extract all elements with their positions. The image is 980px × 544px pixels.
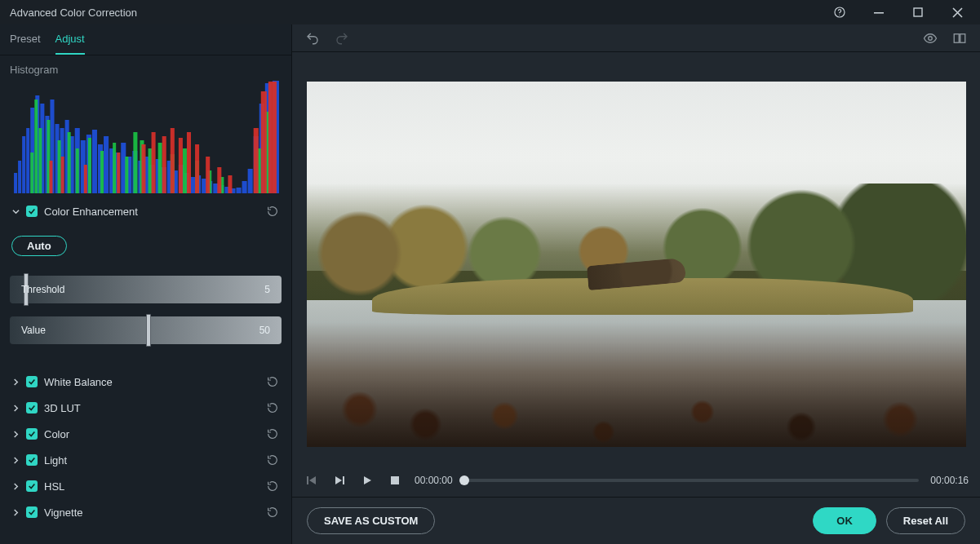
svg-rect-94	[307, 476, 308, 484]
light-checkbox[interactable]	[26, 454, 38, 466]
white_balance-label: White Balance	[44, 376, 259, 388]
color-enhancement-checkbox[interactable]	[26, 206, 38, 217]
current-time: 00:00:00	[415, 475, 453, 486]
preview-panel: 00:00:00 00:00:16 SAVE AS CUSTOM OK Rese…	[292, 24, 980, 544]
svg-rect-84	[195, 144, 199, 193]
value-label: Value	[21, 325, 46, 336]
threshold-value: 5	[264, 284, 270, 295]
svg-rect-85	[206, 157, 210, 193]
svg-rect-6	[22, 136, 25, 193]
reset-icon[interactable]	[265, 479, 280, 493]
svg-rect-53	[34, 100, 38, 193]
play-icon[interactable]	[359, 472, 375, 489]
tab-adjust[interactable]: Adjust	[55, 33, 85, 55]
svg-rect-58	[76, 148, 79, 193]
svg-rect-59	[88, 138, 91, 193]
reset-icon[interactable]	[265, 427, 280, 441]
section-white_balance[interactable]: White Balance	[10, 369, 282, 395]
reset-icon[interactable]	[265, 374, 280, 389]
undo-icon[interactable]	[304, 29, 321, 47]
chevron-right-icon[interactable]	[11, 508, 20, 516]
svg-rect-93	[960, 33, 965, 42]
svg-rect-75	[61, 157, 64, 193]
timeline-slider[interactable]	[464, 479, 920, 482]
reset-icon[interactable]	[265, 204, 280, 219]
svg-rect-86	[217, 167, 221, 193]
svg-rect-96	[391, 476, 399, 484]
svg-rect-77	[117, 153, 120, 193]
chevron-right-icon[interactable]	[11, 430, 20, 438]
chevron-right-icon[interactable]	[11, 378, 20, 386]
section-vignette[interactable]: Vignette	[10, 499, 282, 525]
section-light[interactable]: Light	[10, 447, 282, 473]
svg-rect-47	[248, 169, 253, 193]
redo-icon[interactable]	[333, 29, 351, 47]
color-checkbox[interactable]	[26, 428, 38, 440]
auto-button[interactable]: Auto	[11, 236, 67, 256]
svg-rect-81	[171, 128, 175, 193]
svg-rect-7	[26, 128, 29, 193]
ok-button[interactable]: OK	[813, 507, 876, 534]
threshold-slider[interactable]: Threshold 5	[10, 276, 282, 303]
reset-icon[interactable]	[265, 453, 280, 467]
section-lut3d[interactable]: 3D LUT	[10, 395, 282, 421]
svg-rect-76	[84, 165, 87, 193]
svg-rect-22	[104, 136, 109, 193]
svg-rect-2	[874, 12, 884, 14]
next-frame-icon[interactable]	[331, 472, 348, 489]
tab-preset[interactable]: Preset	[10, 33, 41, 55]
svg-rect-57	[68, 132, 71, 193]
title-bar: Advanced Color Correction	[0, 0, 980, 24]
prev-frame-icon[interactable]	[304, 472, 320, 489]
chevron-right-icon[interactable]	[11, 456, 20, 464]
svg-rect-92	[954, 33, 959, 42]
section-color[interactable]: Color	[10, 421, 282, 447]
stop-icon[interactable]	[387, 472, 403, 489]
reset-icon[interactable]	[265, 505, 280, 520]
timeline-thumb[interactable]	[459, 475, 469, 485]
svg-rect-60	[100, 151, 104, 193]
svg-rect-46	[242, 181, 247, 193]
minimize-button[interactable]	[862, 1, 895, 24]
white_balance-checkbox[interactable]	[26, 376, 38, 387]
svg-rect-74	[49, 161, 52, 193]
eye-icon[interactable]	[921, 29, 939, 47]
help-icon[interactable]	[823, 1, 856, 24]
chevron-down-icon[interactable]	[11, 207, 20, 215]
svg-rect-89	[261, 91, 267, 193]
svg-rect-5	[18, 161, 21, 193]
lut3d-label: 3D LUT	[44, 402, 259, 414]
reset-all-button[interactable]: Reset All	[886, 507, 965, 534]
histogram-label: Histogram	[10, 64, 282, 76]
value-value: 50	[259, 325, 270, 336]
hsl-checkbox[interactable]	[26, 480, 38, 492]
section-hsl[interactable]: HSL	[10, 473, 282, 499]
compare-icon[interactable]	[951, 29, 969, 47]
threshold-label: Threshold	[21, 284, 64, 295]
svg-rect-78	[141, 144, 145, 193]
chevron-right-icon[interactable]	[11, 482, 20, 490]
svg-point-91	[929, 36, 933, 40]
svg-point-1	[839, 15, 840, 15]
svg-rect-88	[254, 128, 259, 193]
svg-rect-63	[133, 132, 137, 193]
vignette-checkbox[interactable]	[26, 506, 38, 518]
svg-rect-82	[179, 138, 183, 193]
chevron-right-icon[interactable]	[11, 404, 20, 412]
svg-rect-4	[14, 173, 17, 193]
svg-rect-83	[187, 132, 191, 193]
close-button[interactable]	[941, 1, 973, 24]
value-slider[interactable]: Value 50	[10, 316, 282, 344]
svg-rect-68	[183, 148, 187, 193]
svg-rect-66	[158, 143, 162, 193]
reset-icon[interactable]	[265, 400, 280, 415]
svg-rect-90	[268, 82, 277, 193]
maximize-button[interactable]	[902, 1, 934, 24]
window-title: Advanced Color Correction	[10, 7, 137, 19]
lut3d-checkbox[interactable]	[26, 402, 38, 414]
duration-time: 00:00:16	[930, 475, 969, 486]
vignette-label: Vignette	[44, 506, 259, 519]
color-enhancement-label: Color Enhancement	[44, 206, 259, 218]
save-as-custom-button[interactable]: SAVE AS CUSTOM	[307, 507, 435, 534]
svg-rect-52	[30, 153, 33, 193]
